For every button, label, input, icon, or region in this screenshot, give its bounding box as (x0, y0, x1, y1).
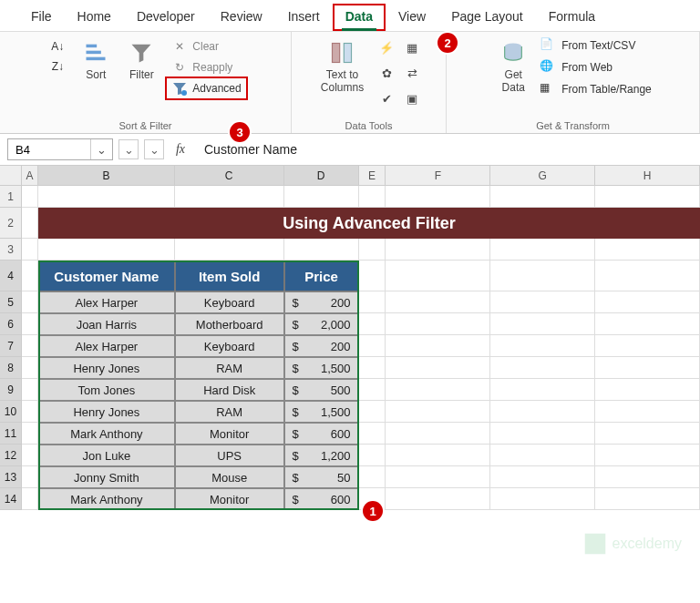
consolidate-icon[interactable]: ▦ (402, 37, 422, 57)
sort-desc-button[interactable]: Z↓ (46, 57, 69, 76)
annotation-3: 3 (230, 122, 250, 142)
data-validation-icon[interactable]: ✔ (376, 88, 396, 108)
table-icon: ▦ (540, 81, 556, 97)
text-to-columns-button[interactable]: Text to Columns (315, 37, 369, 96)
col-E[interactable]: E (359, 166, 386, 186)
table-row-item[interactable]: Keyboard (175, 291, 284, 313)
col-D[interactable]: D (284, 166, 359, 186)
formula-content[interactable]: Customer Name (197, 142, 693, 157)
from-table-range-button[interactable]: ▦From Table/Range (540, 81, 652, 97)
tab-review[interactable]: Review (208, 4, 275, 31)
table-row-name[interactable]: Alex Harper (38, 335, 175, 357)
header-price[interactable]: Price (284, 261, 359, 291)
row-2[interactable]: 2 (0, 208, 22, 239)
table-row-price[interactable]: $1,500 (284, 401, 359, 423)
get-data-button[interactable]: Get Data (494, 37, 532, 96)
table-row-price[interactable]: $2,000 (284, 313, 359, 335)
globe-icon: 🌐 (540, 59, 556, 76)
name-box[interactable]: ⌄ (7, 138, 113, 160)
row-11[interactable]: 11 (0, 423, 22, 445)
table-row-item[interactable]: Monitor (175, 488, 284, 510)
table-row-item[interactable]: RAM (175, 401, 284, 423)
tab-developer[interactable]: Developer (124, 4, 208, 31)
advanced-filter-button[interactable]: Advanced (168, 79, 244, 97)
table-row-price[interactable]: $200 (284, 335, 359, 357)
filter-icon (128, 39, 155, 66)
row-1[interactable]: 1 (0, 186, 22, 208)
row-9[interactable]: 9 (0, 379, 22, 401)
table-row-name[interactable]: Tom Jones (38, 379, 175, 401)
tab-view[interactable]: View (386, 4, 438, 31)
table-row-item[interactable]: Mouse (175, 466, 284, 488)
table-row-name[interactable]: Alex Harper (38, 291, 175, 313)
sort-icon (82, 39, 109, 66)
sort-button[interactable]: Sort (77, 37, 115, 83)
col-F[interactable]: F (386, 166, 490, 186)
table-row-item[interactable]: Monitor (175, 423, 284, 445)
table-row-price[interactable]: $600 (284, 423, 359, 445)
reapply-button[interactable]: ↻Reapply (168, 58, 244, 77)
table-row-name[interactable]: Henry Jones (38, 401, 175, 423)
col-G[interactable]: G (490, 166, 595, 186)
from-text-csv-button[interactable]: 📄From Text/CSV (540, 37, 652, 54)
clear-filter-button[interactable]: ✕Clear (168, 37, 244, 56)
tab-page-layout[interactable]: Page Layout (438, 4, 536, 31)
col-H[interactable]: H (595, 166, 700, 186)
worksheet-grid: A B C D E F G H 1 2 3 4 5 6 7 8 9 10 11 … (0, 166, 700, 510)
row-4[interactable]: 4 (0, 261, 22, 291)
row-headers: 1 2 3 4 5 6 7 8 9 10 11 12 13 14 (0, 186, 22, 510)
row-7[interactable]: 7 (0, 335, 22, 357)
table-row-name[interactable]: Mark Anthony (38, 488, 175, 510)
tab-data[interactable]: Data (333, 4, 386, 31)
name-box-caret[interactable]: ⌄ (90, 139, 112, 159)
col-B[interactable]: B (38, 166, 175, 186)
tab-formula[interactable]: Formula (536, 4, 608, 31)
filter-button[interactable]: Filter (122, 37, 160, 83)
table-row-name[interactable]: Mark Anthony (38, 423, 175, 445)
ribbon: A↓ Z↓ Sort Filter ✕Clear ↻Reapply Advanc… (0, 32, 700, 134)
table-row-name[interactable]: Joan Harris (38, 313, 175, 335)
select-all-corner[interactable] (0, 166, 22, 186)
tab-insert[interactable]: Insert (275, 4, 333, 31)
table-row-price[interactable]: $50 (284, 466, 359, 488)
row-10[interactable]: 10 (0, 401, 22, 423)
enter-entry-button[interactable]: ⌄ (144, 139, 164, 159)
table-row-item[interactable]: RAM (175, 357, 284, 379)
row-8[interactable]: 8 (0, 357, 22, 379)
from-web-button[interactable]: 🌐From Web (540, 59, 652, 76)
table-row-price[interactable]: $1,500 (284, 357, 359, 379)
sort-asc-button[interactable]: A↓ (46, 37, 69, 56)
relationships-icon[interactable]: ⇄ (402, 63, 422, 83)
table-row-item[interactable]: Keyboard (175, 335, 284, 357)
row-12[interactable]: 12 (0, 445, 22, 466)
tab-home[interactable]: Home (65, 4, 124, 31)
table-row-price[interactable]: $500 (284, 379, 359, 401)
flash-fill-icon[interactable]: ⚡ (376, 37, 396, 57)
header-item-sold[interactable]: Item Sold (175, 261, 284, 291)
row-13[interactable]: 13 (0, 466, 22, 488)
table-row-price[interactable]: $200 (284, 291, 359, 313)
row-6[interactable]: 6 (0, 313, 22, 335)
manage-model-icon[interactable]: ▣ (402, 88, 422, 108)
row-3[interactable]: 3 (0, 239, 22, 261)
row-5[interactable]: 5 (0, 291, 22, 313)
header-customer-name[interactable]: Customer Name (38, 261, 175, 291)
table-row-name[interactable]: Jon Luke (38, 445, 175, 466)
cancel-entry-button[interactable]: ⌄ (118, 139, 139, 159)
table-row-name[interactable]: Henry Jones (38, 357, 175, 379)
sort-desc-icon: Z↓ (49, 58, 66, 75)
table-row-item[interactable]: Motherboard (175, 313, 284, 335)
table-row-price[interactable]: $600 (284, 488, 359, 510)
fx-icon[interactable]: fx (170, 142, 191, 157)
table-row-item[interactable]: UPS (175, 445, 284, 466)
table-row-name[interactable]: Jonny Smith (38, 466, 175, 488)
table-row-item[interactable]: Hard Disk (175, 379, 284, 401)
group-label-data-tools: Data Tools (345, 118, 393, 131)
remove-duplicates-icon[interactable]: ✿ (376, 63, 396, 83)
table-row-price[interactable]: $1,200 (284, 445, 359, 466)
col-A[interactable]: A (22, 166, 38, 186)
row-14[interactable]: 14 (0, 488, 22, 510)
name-box-input[interactable] (8, 143, 90, 157)
col-C[interactable]: C (175, 166, 284, 186)
tab-file[interactable]: File (18, 4, 65, 31)
